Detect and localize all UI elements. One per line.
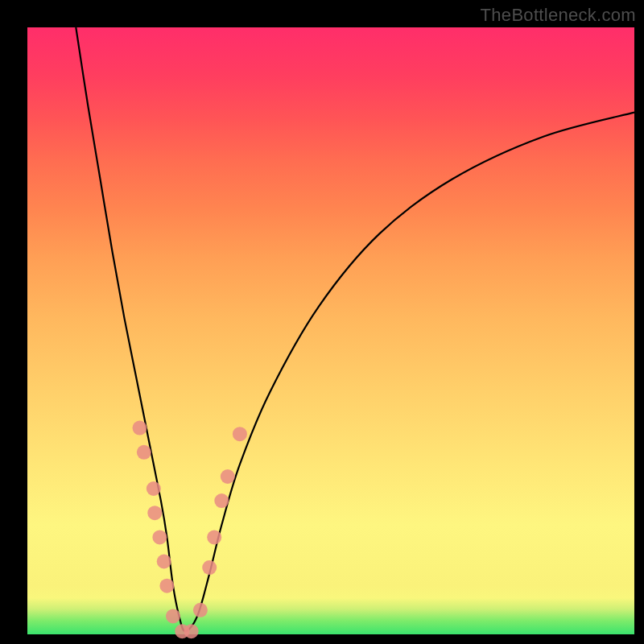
data-marker (147, 506, 162, 520)
data-marker (157, 555, 171, 569)
data-marker (221, 469, 235, 484)
plot-area (27, 27, 634, 634)
data-marker (137, 445, 151, 460)
data-marker (207, 530, 221, 544)
data-marker (184, 624, 199, 638)
chart-svg (27, 27, 634, 634)
data-marker (159, 579, 174, 593)
data-marker (147, 481, 161, 496)
watermark-text: TheBottleneck.com (481, 5, 636, 26)
chart-frame: TheBottleneck.com (0, 0, 644, 644)
marker-layer (133, 421, 247, 639)
data-marker (233, 427, 247, 441)
data-marker (193, 603, 208, 617)
data-marker (214, 493, 229, 508)
data-marker (202, 560, 217, 575)
data-marker (166, 609, 180, 623)
data-marker (152, 530, 167, 544)
data-marker (133, 421, 147, 436)
